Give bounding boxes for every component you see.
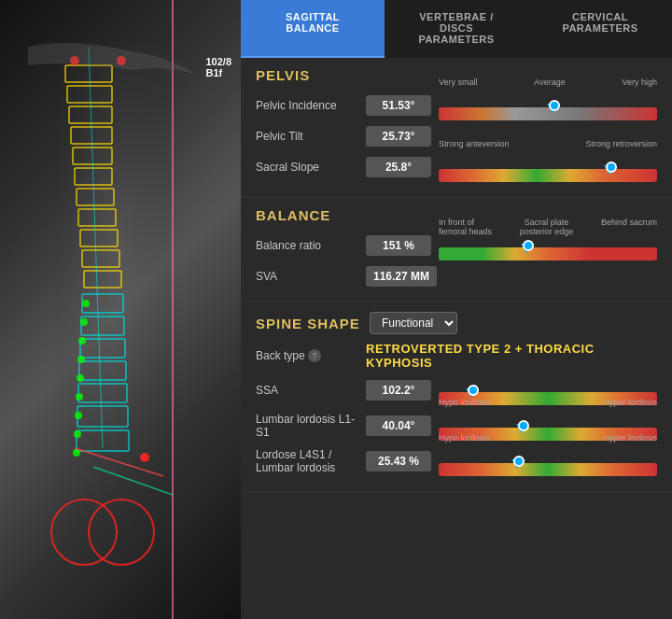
svg-point-24 — [77, 356, 85, 363]
spine-shape-dropdown[interactable]: Functional — [370, 312, 457, 334]
lordose-l4s1-marker — [511, 459, 523, 469]
bar-label-left: Very small — [439, 77, 478, 87]
balance-ratio-bar-labels: In front of femoral heads Sacral plate p… — [439, 218, 657, 236]
lordose-l4s1-label: Lordose L4S1 / Lumbar lordosis — [256, 448, 358, 474]
bar-label-right: Very high — [622, 77, 657, 87]
svg-point-26 — [76, 393, 83, 401]
balance-section: BALANCE Balance ratio 151 % In front of … — [241, 198, 672, 302]
sacral-slope-bar-labels: Strong anteversion Strong retroversion — [439, 139, 657, 148]
bar-label-right: Strong retroversion — [585, 139, 657, 148]
pelvic-incidence-bar-labels: Very small Average Very high — [439, 77, 657, 87]
pelvic-incidence-label: Pelvic Incidence — [256, 99, 358, 112]
sacral-slope-value: 25.8° — [366, 157, 431, 177]
svg-point-21 — [82, 300, 90, 307]
spine-shape-title: SPINE SHAPE — [256, 316, 360, 331]
xray-panel: 102/8 B1f — [0, 0, 241, 619]
svg-point-32 — [140, 453, 149, 462]
tab-bar: SAGITTAL BALANCE VERTEBRAE / DISCS PARAM… — [241, 0, 672, 58]
pelvic-tilt-label: Pelvic Tilt — [256, 130, 358, 143]
bar-label-right: Behind sacrum — [601, 218, 657, 236]
balance-ratio-bar-container: In front of femoral heads Sacral plate p… — [439, 231, 657, 260]
bar-label-left: Hypo lordosis — [439, 433, 490, 443]
sacral-slope-label: Sacral Slope — [256, 161, 358, 174]
svg-point-23 — [78, 337, 86, 345]
right-panel: SAGITTAL BALANCE VERTEBRAE / DISCS PARAM… — [241, 0, 672, 619]
bar-label-left: Strong anteversion — [439, 139, 510, 148]
back-type-value: RETROVERTED TYPE 2 + THORACIC KYPHOSIS — [366, 342, 657, 370]
lordose-l4s1-value: 25.43 % — [366, 451, 431, 471]
lordose-l4s1-bar-labels: Hypo lordosis Hyper lordosis — [439, 433, 657, 443]
spine-shape-section: SPINE SHAPE Functional Back type ? RETRO… — [241, 302, 672, 492]
balance-ratio-marker — [521, 244, 532, 253]
xray-label: 102/8 B1f — [205, 56, 231, 78]
bar-label-center: Sacral plate posterior edge — [520, 218, 574, 236]
lordose-l4s1-bar — [439, 463, 657, 476]
balance-ratio-value: 151 % — [366, 235, 431, 256]
sacral-slope-bar-container: Strong anteversion Strong retroversion — [439, 152, 657, 182]
svg-point-25 — [77, 374, 84, 382]
svg-rect-0 — [56, 47, 177, 532]
tab-vertebrae[interactable]: VERTEBRAE / DISCS PARAMETERS — [385, 0, 528, 58]
bar-label-left: Hypo lordosis — [439, 398, 490, 407]
pelvic-tilt-value: 25.73° — [366, 126, 431, 147]
ssa-marker — [466, 388, 477, 398]
svg-point-27 — [75, 412, 82, 419]
ssa-label: SSA — [256, 384, 358, 397]
sacral-slope-bar — [439, 169, 657, 182]
sva-label: SVA — [256, 270, 358, 283]
lumbar-lordosis-marker — [516, 424, 527, 433]
svg-point-28 — [74, 430, 81, 438]
pelvic-incidence-marker — [547, 104, 558, 113]
sacral-slope-row: Sacral Slope 25.8° Strong anteversion St… — [256, 152, 657, 182]
back-type-label: Back type ? — [256, 349, 358, 362]
pelvic-incidence-bar-container: Very small Average Very high — [439, 91, 657, 120]
spine-shape-header: SPINE SHAPE Functional — [256, 312, 657, 334]
pelvic-incidence-bar — [439, 107, 657, 120]
balance-ratio-label: Balance ratio — [256, 239, 358, 252]
lumbar-lordosis-value: 40.04° — [366, 415, 431, 436]
balance-ratio-bar — [439, 247, 657, 260]
sva-row: SVA 116.27 MM — [256, 266, 657, 287]
bar-label-left: In front of femoral heads — [439, 218, 492, 236]
svg-point-22 — [80, 318, 88, 326]
lordose-l4s1-row: Lordose L4S1 / Lumbar lordosis 25.43 % H… — [256, 446, 657, 476]
bar-label-center: Average — [534, 77, 565, 87]
sacral-slope-marker — [604, 165, 615, 175]
lumbar-lordosis-bar-labels: Hypo lordosis Hyper lordosis — [439, 398, 657, 407]
tab-cervical[interactable]: CERVICAL PARAMETERS — [528, 0, 672, 58]
back-type-row: Back type ? RETROVERTED TYPE 2 + THORACI… — [256, 342, 657, 370]
lumbar-lordosis-label: Lumbar lordosis L1- S1 — [256, 413, 358, 439]
bar-label-right: Hyper lordosis — [603, 398, 657, 407]
sva-value: 116.27 MM — [366, 266, 437, 287]
tab-sagittal[interactable]: SAGITTAL BALANCE — [241, 0, 385, 58]
spine-overlay — [0, 0, 241, 619]
bar-label-right: Hyper lordosis — [603, 433, 657, 443]
pelvis-section: PELVIS Pelvic Incidence 51.53° Very smal… — [241, 58, 672, 198]
pelvic-incidence-row: Pelvic Incidence 51.53° Very small Avera… — [256, 91, 657, 120]
ssa-value: 102.2° — [366, 380, 431, 401]
lordose-l4s1-bar-container: Hypo lordosis Hyper lordosis — [439, 446, 657, 476]
balance-ratio-row: Balance ratio 151 % In front of femoral … — [256, 231, 657, 260]
back-type-info-icon[interactable]: ? — [308, 349, 321, 362]
pelvic-incidence-value: 51.53° — [366, 95, 431, 116]
